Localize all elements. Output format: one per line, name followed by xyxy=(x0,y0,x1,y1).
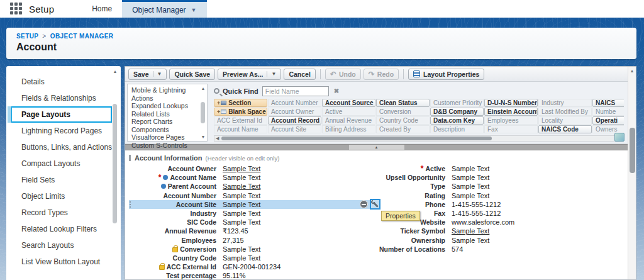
palette-field-d-b-company[interactable]: D&B Company xyxy=(430,108,484,116)
palette-field-account-owner[interactable]: Account Owner xyxy=(268,108,321,116)
palette-field-einstein-account-[interactable]: Einstein Account ... xyxy=(484,108,538,116)
sidebar-item-compact-layouts[interactable]: Compact Layouts xyxy=(11,155,112,172)
tab-home[interactable]: Home xyxy=(82,0,122,18)
layout-field-ticker-symbol[interactable]: Ticker SymbolSample Text xyxy=(358,227,622,235)
undo-button[interactable]: ↶Undo xyxy=(325,69,361,80)
palette-category-components[interactable]: Components xyxy=(131,126,198,134)
field-palette: Mobile & Lightning ActionsExpanded Looku… xyxy=(125,82,628,144)
layout-field-country-code[interactable]: Country CodeSample Text xyxy=(129,254,425,262)
quick-save-button[interactable]: Quick Save xyxy=(169,69,215,80)
palette-field-annual-revenue[interactable]: Annual Revenue xyxy=(322,116,375,125)
scroll-down-icon[interactable]: ▼ xyxy=(201,134,206,140)
scroll-up-icon[interactable]: ▲ xyxy=(113,69,118,74)
palette-field-data-com-key[interactable]: Data.com Key xyxy=(430,116,484,125)
layout-field-upsell-opportunity[interactable]: Upsell OpportunitySample Text xyxy=(358,173,622,182)
sidebar-item-object-limits[interactable]: Object Limits xyxy=(11,188,112,204)
tab-object-manager[interactable]: Object Manager▼ xyxy=(122,0,206,18)
scroll-left-icon[interactable]: ◀ xyxy=(214,136,220,141)
palette-field-account-site[interactable]: Account Site xyxy=(268,125,321,133)
editor-scrollbar[interactable]: ▲ xyxy=(628,67,636,279)
scroll-up-icon[interactable]: ▲ xyxy=(201,86,206,91)
app-launcher-icon[interactable] xyxy=(10,3,23,15)
layout-field-number-of-locations[interactable]: Number of Locations574 xyxy=(358,245,622,254)
splitter-handle[interactable]: ▲ xyxy=(349,145,404,150)
palette-resize-grip-icon[interactable] xyxy=(614,133,625,142)
palette-field-created-by[interactable]: Created By xyxy=(376,125,430,133)
palette-field-operati[interactable]: Operati xyxy=(592,116,624,125)
field-label-cell: Test percentage xyxy=(129,272,216,279)
sidebar-item-related-lookup-filters[interactable]: Related Lookup Filters xyxy=(11,221,112,237)
sidebar-item-fields-relationships[interactable]: Fields & Relationships xyxy=(11,90,112,106)
sidebar-item-buttons-links-and-actions[interactable]: Buttons, Links, and Actions xyxy=(11,139,112,155)
category-scrollbar[interactable]: ▲ ▼ xyxy=(201,86,206,140)
layout-field-active[interactable]: *ActiveSample Text xyxy=(358,164,622,173)
palette-splitter[interactable]: ▲ xyxy=(125,144,628,150)
sidebar-scrollbar[interactable]: ▲ xyxy=(113,69,118,276)
breadcrumb-separator: > xyxy=(42,33,46,40)
palette-field-billing-address[interactable]: Billing Address xyxy=(322,125,375,133)
save-button[interactable]: Save▼ xyxy=(128,69,167,80)
category-scroll-thumb[interactable] xyxy=(201,102,205,123)
palette-field-acc-external-id[interactable]: ACC External Id xyxy=(214,116,267,125)
palette-field-d-u-n-s-number[interactable]: D-U-N-S Number xyxy=(484,99,538,107)
palette-field-active[interactable]: Active xyxy=(322,108,375,116)
palette-horizontal-scrollbar[interactable]: ◀ xyxy=(214,135,616,142)
cancel-button[interactable]: Cancel xyxy=(284,69,315,80)
layout-field-phone[interactable]: Phone1-415-555-1212 xyxy=(358,200,622,209)
palette-field-account-record-type[interactable]: Account Record Type xyxy=(268,116,321,125)
palette-field-account-number[interactable]: Account Number xyxy=(268,99,321,107)
palette-field-fax[interactable]: Fax xyxy=(484,125,538,133)
palette-category-expanded-lookups[interactable]: Expanded Lookups xyxy=(131,102,198,110)
quick-find-input[interactable] xyxy=(262,86,329,96)
sidebar-item-lightning-record-pages[interactable]: Lightning Record Pages xyxy=(11,123,112,139)
sidebar-item-search-layouts[interactable]: Search Layouts xyxy=(11,237,112,254)
breadcrumb-object-manager-link[interactable]: OBJECT MANAGER xyxy=(50,33,114,40)
editor-scroll-thumb[interactable] xyxy=(630,128,635,173)
palette-hscroll-thumb[interactable] xyxy=(221,137,492,140)
palette-field-industry[interactable]: Industry xyxy=(538,99,592,107)
layout-field-test-percentage[interactable]: Test percentage95.11% xyxy=(129,271,425,279)
palette-field-customer-priority[interactable]: Customer Priority xyxy=(430,99,484,107)
palette-category-related-lists[interactable]: Related Lists xyxy=(131,110,198,118)
sidebar-scroll-thumb[interactable] xyxy=(113,104,117,223)
layout-field-rating[interactable]: RatingSample Text xyxy=(358,191,622,200)
palette-field-naics-code[interactable]: NAICS Code xyxy=(538,125,592,133)
palette-field-blank-space[interactable]: +Blank Space xyxy=(214,108,267,116)
sidebar-item-details[interactable]: Details xyxy=(11,74,112,90)
preview-as-dropdown-icon[interactable]: ▼ xyxy=(267,71,276,77)
field-sample-value: Sample Text xyxy=(452,165,489,172)
preview-as-button[interactable]: Preview As...▼ xyxy=(218,69,281,80)
save-dropdown-icon[interactable]: ▼ xyxy=(153,71,162,77)
sidebar-item-field-sets[interactable]: Field Sets xyxy=(11,172,112,188)
palette-field-country-code[interactable]: Country Code xyxy=(376,116,430,125)
palette-field-naics[interactable]: NAICS xyxy=(592,99,624,107)
palette-field-conversion[interactable]: Conversion xyxy=(376,108,430,116)
sidebar-item-page-layouts[interactable]: Page Layouts xyxy=(11,106,112,123)
layout-properties-button[interactable]: Layout Properties xyxy=(408,69,484,80)
palette-field-clean-status[interactable]: Clean Status xyxy=(376,99,430,107)
palette-field-account-source[interactable]: Account Source xyxy=(322,99,375,107)
palette-field-description[interactable]: Description xyxy=(430,125,484,133)
palette-field-numbe[interactable]: Numbe xyxy=(592,108,624,116)
palette-category-custom-s-controls[interactable]: Custom S-Controls xyxy=(131,142,198,150)
layout-field-ownership[interactable]: OwnershipSample Text xyxy=(358,236,622,245)
redo-button[interactable]: ↷Redo xyxy=(364,69,399,80)
layout-field-type[interactable]: TypeSample Text xyxy=(358,182,622,191)
field-label: Phone xyxy=(425,201,445,208)
palette-field-account-name[interactable]: Account Name xyxy=(214,125,267,133)
palette-field-last-modified-by[interactable]: Last Modified By xyxy=(538,108,592,116)
clear-search-icon[interactable]: ✖ xyxy=(334,87,339,94)
palette-field-section[interactable]: +Section xyxy=(214,99,267,107)
layout-field-acc-external-id[interactable]: ACC External IdGEN-2004-001234 xyxy=(129,262,425,271)
palette-category-report-charts[interactable]: Report Charts xyxy=(131,118,198,126)
palette-field-locality[interactable]: Locality xyxy=(538,116,592,125)
scroll-up-icon[interactable]: ▲ xyxy=(630,68,635,74)
palette-category-visualforce-pages[interactable]: Visualforce Pages xyxy=(131,133,198,142)
section-header[interactable]: Account Information (Header visible on e… xyxy=(129,154,628,162)
layout-field-account-site[interactable]: Account SiteSample Text xyxy=(129,200,380,209)
breadcrumb-setup-link[interactable]: SETUP xyxy=(16,33,38,40)
palette-category-mobile-lightning-actions[interactable]: Mobile & Lightning Actions xyxy=(131,86,198,102)
sidebar-item-list-view-button-layout[interactable]: List View Button Layout xyxy=(11,254,112,270)
sidebar-item-record-types[interactable]: Record Types xyxy=(11,204,112,221)
palette-field-employees[interactable]: Employees xyxy=(484,116,538,125)
